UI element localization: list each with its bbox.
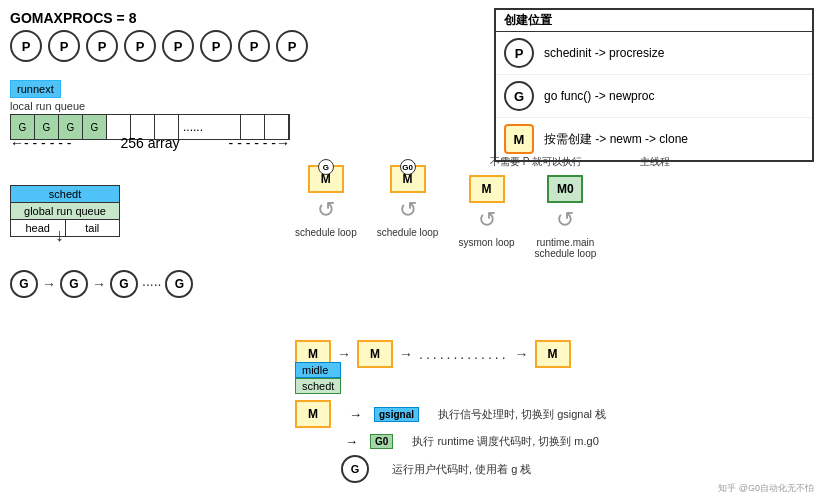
sched-label-2: schedule loop — [377, 227, 439, 238]
legend-m-icon: M — [504, 124, 534, 154]
sched-label-3: sysmon loop — [458, 237, 514, 248]
head-tail-row: head tail — [11, 220, 119, 236]
m-chain-arrow-2: → — [399, 346, 413, 362]
p-circle-7: P — [238, 30, 270, 62]
chain-arrow-1: → — [42, 276, 56, 292]
p-circles: P P P P P P P P — [10, 30, 308, 62]
lrq-label: local run queue — [10, 100, 290, 112]
schedt-title: schedt — [11, 186, 119, 203]
refresh-icon-1: ↺ — [317, 197, 335, 223]
g-chain-node-2: G — [60, 270, 88, 298]
sched-label-4: runtime.mainschedule loop — [535, 237, 597, 259]
g-chain-node-4: G — [165, 270, 193, 298]
m-chain-arrow-3: → — [515, 346, 529, 362]
array-arrows: ←- - - - - - 256 array - - - - - -→ — [10, 135, 290, 151]
right-arrow-icon: - - - - - -→ — [229, 135, 290, 151]
g-chain-node-1: G — [10, 270, 38, 298]
midle-label: midle — [295, 362, 341, 378]
g-chain: G → G → G ····· G — [10, 270, 193, 298]
refresh-icon-3: ↺ — [478, 207, 496, 233]
diagram: GOMAXPROCS = 8 P P P P P P P P runnext l… — [0, 0, 824, 500]
refresh-icon-2: ↺ — [399, 197, 417, 223]
sched-label-1: schedule loop — [295, 227, 357, 238]
legend-p-text: schedinit -> procresize — [544, 46, 664, 60]
p-circle-8: P — [276, 30, 308, 62]
g-chain-node-3: G — [110, 270, 138, 298]
m-chain-arrow-1: → — [337, 346, 351, 362]
runnext-label: runnext — [10, 80, 61, 98]
legend-row-g: G go func() -> newproc — [496, 75, 812, 118]
gsignal-section: M → gsignal 执行信号处理时, 切换到 gsignal 栈 → G0 … — [295, 400, 795, 489]
legend-g-icon: G — [504, 81, 534, 111]
p-circle-3: P — [86, 30, 118, 62]
gsignal-text-2: 执行 runtime 调度代码时, 切换到 m.g0 — [401, 434, 598, 449]
array-label: 256 array — [120, 135, 179, 151]
g-badge-1: G — [318, 159, 334, 175]
m-box-2: G0 M — [390, 165, 426, 193]
schedt-down-arrow: ↓ — [55, 225, 64, 246]
gsignal-text-1: 执行信号处理时, 切换到 gsignal 栈 — [427, 407, 606, 422]
p-circle-4: P — [124, 30, 156, 62]
refresh-icon-4: ↺ — [556, 207, 574, 233]
left-arrow-icon: ←- - - - - - — [10, 135, 71, 151]
schedule-item-2: G0 M ↺ schedule loop — [377, 165, 439, 238]
schedule-item-4: M0 ↺ runtime.mainschedule loop — [535, 165, 597, 259]
midle-schedt: midle schedt — [295, 362, 341, 394]
g0-badge-row: G0 — [370, 434, 393, 449]
p-circle-2: P — [48, 30, 80, 62]
gsignal-badge: gsignal — [374, 407, 419, 422]
gsignal-m-box: M — [295, 400, 331, 428]
m-chain-dots: ............. — [419, 346, 509, 362]
gomaxprocs-label: GOMAXPROCS = 8 — [10, 10, 136, 26]
legend-row-m: M 按需创建 -> newm -> clone — [496, 118, 812, 160]
p-circle-1: P — [10, 30, 42, 62]
legend-p-icon: P — [504, 38, 534, 68]
gsignal-row-2: → G0 执行 runtime 调度代码时, 切换到 m.g0 — [295, 434, 795, 449]
gsignal-g-node: G — [341, 455, 369, 483]
legend-m-text: 按需创建 -> newm -> clone — [544, 131, 688, 148]
p-circle-5: P — [162, 30, 194, 62]
tail-cell: tail — [66, 220, 120, 236]
local-run-queue: local run queue G G G G ...... — [10, 100, 290, 140]
watermark: 知乎 @G0自动化无不怕 — [718, 482, 814, 495]
legend-box: 创建位置 P schedinit -> procresize G go func… — [494, 8, 814, 162]
m-chain-box-3: M — [535, 340, 571, 368]
p-circle-6: P — [200, 30, 232, 62]
legend-title: 创建位置 — [496, 10, 812, 32]
schedule-item-3: M ↺ sysmon loop — [458, 165, 514, 248]
legend-row-p: P schedinit -> procresize — [496, 32, 812, 75]
schedt-box: schedt global run queue head tail — [10, 185, 120, 237]
m-box-1: G M — [308, 165, 344, 193]
g0-badge-2: G0 — [400, 159, 416, 175]
schedt-label2: schedt — [295, 378, 341, 394]
m-box-3: M — [469, 175, 505, 203]
global-run-queue-label: global run queue — [11, 203, 119, 220]
legend-g-text: go func() -> newproc — [544, 89, 654, 103]
m0-box: M0 — [547, 175, 583, 203]
gsignal-row-3: G 运行用户代码时, 使用着 g 栈 — [295, 455, 795, 483]
schedule-section: G M ↺ schedule loop G0 M ↺ schedule loop… — [295, 165, 596, 259]
m-chain-box-2: M — [357, 340, 393, 368]
gsignal-text-3: 运行用户代码时, 使用着 g 栈 — [381, 462, 531, 477]
schedule-item-1: G M ↺ schedule loop — [295, 165, 357, 238]
chain-arrow-2: → — [92, 276, 106, 292]
gsignal-row-1: M → gsignal 执行信号处理时, 切换到 gsignal 栈 — [295, 400, 795, 428]
main-thread-label: 主线程 — [640, 155, 670, 169]
chain-arrow-3: ····· — [142, 276, 161, 292]
